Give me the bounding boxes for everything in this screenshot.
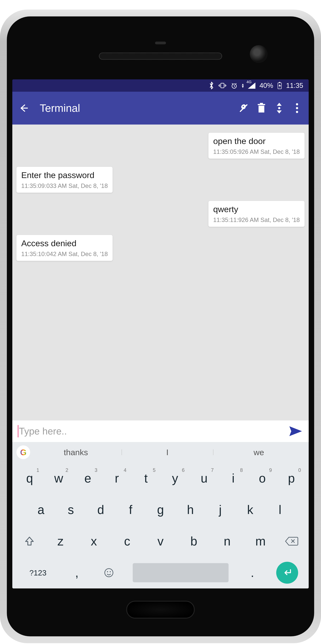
emoji-key[interactable] (101, 561, 117, 584)
key-m[interactable]: m (248, 530, 273, 553)
key-c[interactable]: c (115, 530, 140, 553)
text-cursor-icon (18, 425, 18, 437)
svg-rect-5 (258, 104, 265, 105)
message-timestamp: 11:35:09:033 AM Sat, Dec 8, '18 (21, 182, 108, 189)
suggestion-1[interactable]: thanks (30, 448, 122, 457)
more-button[interactable] (291, 102, 303, 114)
key-s[interactable]: s (59, 498, 83, 522)
key-p[interactable]: p0 (279, 467, 304, 490)
data-sync-icon: ▴▾ (242, 83, 244, 88)
key-n[interactable]: n (215, 530, 239, 553)
svg-point-11 (105, 568, 113, 577)
message-bubble: qwerty11:35:11:926 AM Sat, Dec 8, '18 (208, 201, 304, 227)
chat-area[interactable]: open the door11:35:05:926 AM Sat, Dec 8,… (12, 124, 309, 420)
svg-point-7 (278, 107, 280, 109)
key-l[interactable]: l (268, 498, 292, 522)
key-y[interactable]: y6 (163, 467, 187, 490)
cell-signal-icon: 4G (248, 82, 255, 89)
svg-point-9 (296, 107, 298, 109)
backspace-key[interactable] (277, 530, 306, 553)
svg-rect-3 (279, 82, 280, 83)
front-camera-icon (250, 45, 268, 63)
suggestion-3[interactable]: we (213, 448, 304, 457)
key-k[interactable]: k (238, 498, 262, 522)
key-e[interactable]: e3 (76, 467, 100, 490)
key-r[interactable]: r4 (105, 467, 129, 490)
key-z[interactable]: z (48, 530, 73, 553)
message-timestamp: 11:35:05:926 AM Sat, Dec 8, '18 (213, 148, 300, 155)
connect-button[interactable] (237, 102, 250, 114)
message-bubble: Enter the password11:35:09:033 AM Sat, D… (17, 167, 113, 193)
key-f[interactable]: f (118, 498, 143, 522)
message-text: Access denied (21, 238, 108, 248)
send-button[interactable] (288, 424, 303, 439)
svg-rect-6 (260, 103, 263, 104)
key-x[interactable]: x (82, 530, 106, 553)
svg-point-13 (110, 571, 111, 572)
svg-point-10 (296, 111, 298, 113)
key-g[interactable]: g (148, 498, 173, 522)
message-timestamp: 11:35:10:042 AM Sat, Dec 8, '18 (21, 250, 108, 258)
key-j[interactable]: j (208, 498, 232, 522)
sensor-icon (155, 42, 166, 44)
symbols-key[interactable]: ?123 (23, 561, 53, 584)
message-input[interactable]: Type here.. (19, 426, 288, 437)
app-bar: Terminal (12, 92, 309, 124)
speaker-icon (99, 52, 222, 60)
key-a[interactable]: a (29, 498, 53, 522)
message-text: qwerty (213, 204, 300, 214)
clock-time: 11:35 (286, 82, 303, 90)
key-i[interactable]: i8 (221, 467, 245, 490)
comma-key[interactable]: , (69, 561, 85, 584)
trash-button[interactable] (255, 102, 268, 114)
key-w[interactable]: w2 (47, 467, 71, 490)
period-key[interactable]: . (244, 561, 261, 584)
status-bar: ▴▾ 4G 40% 11:35 (12, 79, 309, 92)
message-timestamp: 11:35:11:926 AM Sat, Dec 8, '18 (213, 216, 300, 223)
svg-point-8 (296, 103, 298, 105)
keyboard: G thanks I we q1w2e3r4t5y6u7i8o9p0 asdfg… (12, 442, 309, 588)
enter-key[interactable] (276, 562, 298, 584)
back-button[interactable] (18, 102, 30, 114)
scroll-button[interactable] (273, 102, 285, 114)
battery-charging-icon (277, 82, 282, 89)
vibrate-icon (218, 82, 226, 89)
bluetooth-icon (209, 82, 214, 90)
key-h[interactable]: h (178, 498, 203, 522)
page-title: Terminal (40, 102, 232, 114)
suggestion-2[interactable]: I (122, 448, 213, 457)
key-o[interactable]: o9 (250, 467, 274, 490)
key-q[interactable]: q1 (17, 467, 42, 490)
google-icon[interactable]: G (17, 446, 30, 459)
svg-rect-0 (221, 83, 224, 88)
key-t[interactable]: t5 (134, 467, 158, 490)
space-key[interactable] (133, 563, 229, 582)
message-input-bar: Type here.. (12, 420, 309, 442)
alarm-icon (231, 82, 238, 89)
home-button[interactable] (126, 601, 195, 618)
battery-percent: 40% (259, 82, 273, 90)
key-v[interactable]: v (148, 530, 173, 553)
key-d[interactable]: d (89, 498, 113, 522)
shift-key[interactable] (15, 530, 44, 553)
svg-rect-4 (258, 106, 264, 112)
message-text: Enter the password (21, 170, 108, 180)
key-u[interactable]: u7 (192, 467, 216, 490)
phone-frame: ▴▾ 4G 40% 11:35 Termina (0, 10, 321, 643)
message-bubble: open the door11:35:05:926 AM Sat, Dec 8,… (208, 133, 304, 158)
message-bubble: Access denied11:35:10:042 AM Sat, Dec 8,… (17, 235, 113, 261)
svg-point-12 (107, 571, 108, 572)
key-b[interactable]: b (181, 530, 206, 553)
message-text: open the door (213, 136, 300, 146)
